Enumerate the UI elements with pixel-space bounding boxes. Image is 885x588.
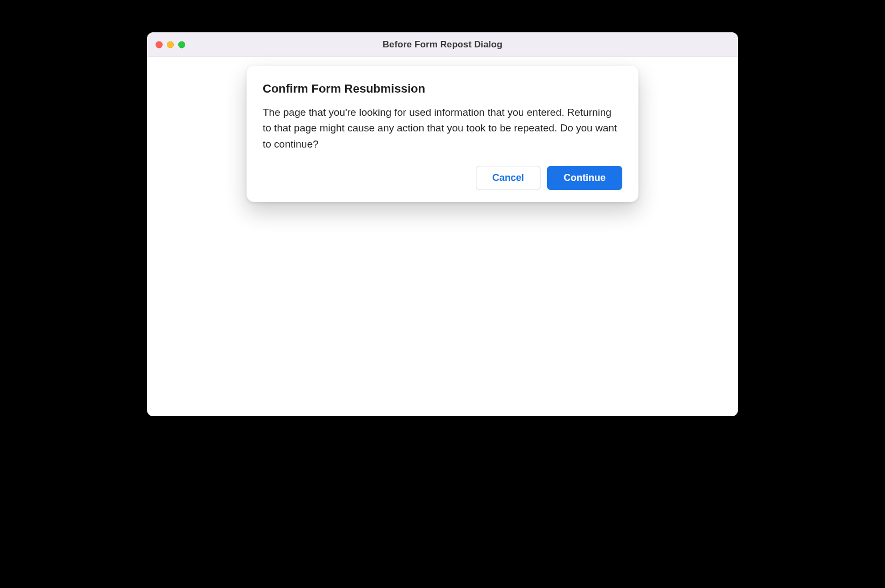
traffic-lights <box>156 41 185 48</box>
titlebar: Before Form Repost Dialog <box>147 32 738 57</box>
window-title: Before Form Repost Dialog <box>147 39 738 50</box>
app-window: Before Form Repost Dialog Confirm Form R… <box>147 32 738 416</box>
zoom-window-button[interactable] <box>178 41 185 48</box>
dialog-body: The page that you're looking for used in… <box>263 104 622 152</box>
window-body: Confirm Form Resubmission The page that … <box>147 57 738 416</box>
form-repost-dialog: Confirm Form Resubmission The page that … <box>247 66 638 202</box>
dialog-heading: Confirm Form Resubmission <box>263 82 622 96</box>
continue-button[interactable]: Continue <box>547 166 622 190</box>
close-window-button[interactable] <box>156 41 163 48</box>
dialog-actions: Cancel Continue <box>263 166 622 190</box>
cancel-button[interactable]: Cancel <box>476 166 540 190</box>
minimize-window-button[interactable] <box>167 41 174 48</box>
